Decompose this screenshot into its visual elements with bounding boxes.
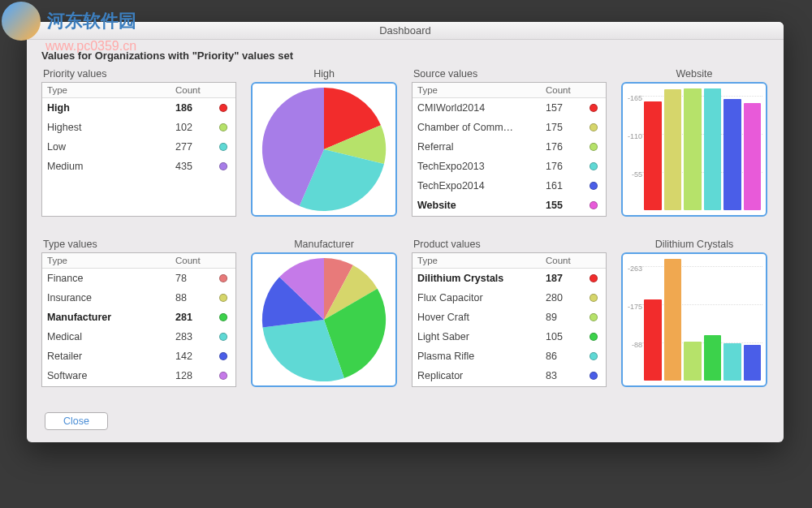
cell-count: 86 xyxy=(546,349,586,364)
cell-count: 176 xyxy=(546,159,586,174)
bar[interactable] xyxy=(744,345,762,381)
table-row[interactable]: Medical283 xyxy=(42,327,235,347)
col-count[interactable]: Count xyxy=(171,83,218,97)
table-product[interactable]: TypeCountDilithium Crystals187Flux Capac… xyxy=(412,252,607,387)
watermark-url: www.pc0359.cn xyxy=(45,39,136,54)
cell-count: 157 xyxy=(546,101,586,115)
table-row[interactable]: Finance78 xyxy=(42,269,235,288)
chart-title: High xyxy=(251,68,397,80)
col-type[interactable]: Type xyxy=(412,83,541,97)
table-row[interactable]: CMIWorld2014157 xyxy=(412,98,606,118)
chart-title: Website xyxy=(621,68,767,80)
table-row[interactable]: Medium435 xyxy=(42,157,235,176)
color-dot-icon xyxy=(590,352,598,360)
cell-count: 283 xyxy=(175,329,216,344)
table-row[interactable]: Low277 xyxy=(42,137,235,157)
table-row[interactable]: Flux Capacitor280 xyxy=(412,288,606,308)
cell-type: TechExpo2013 xyxy=(417,159,546,174)
cell-type: Low xyxy=(47,140,175,154)
table-row[interactable]: Retailer142 xyxy=(42,347,235,366)
table-row[interactable]: Insurance88 xyxy=(42,288,235,308)
cell-count: 175 xyxy=(546,120,586,135)
color-dot-icon xyxy=(590,333,598,341)
table-source[interactable]: TypeCountCMIWorld2014157Chamber of Comm…… xyxy=(412,82,607,217)
table-row[interactable]: Dilithium Crystals187 xyxy=(412,269,606,288)
cell-type: Dilithium Crystals xyxy=(417,271,546,286)
watermark-logo-icon xyxy=(2,2,41,41)
table-row[interactable]: TechExpo2013176 xyxy=(412,157,606,176)
table-row[interactable]: Website155 xyxy=(412,196,606,215)
bar[interactable] xyxy=(664,89,682,210)
bar[interactable] xyxy=(723,99,741,210)
table-row[interactable]: Highest102 xyxy=(42,118,235,137)
color-dot-icon xyxy=(590,372,598,380)
watermark-name: 河东软件园 xyxy=(47,11,136,31)
chart-title: Manufacturer xyxy=(251,239,397,250)
dashboard-window: Dashboard Values for Organizations with … xyxy=(27,22,784,442)
table-type[interactable]: TypeCountFinance78Insurance88Manufacture… xyxy=(41,252,236,387)
bar[interactable] xyxy=(684,88,702,210)
col-type[interactable]: Type xyxy=(42,83,171,97)
bar[interactable] xyxy=(704,335,722,381)
table-row[interactable]: Manufacturer281 xyxy=(42,308,235,327)
bar-ticks: -55-110-165 xyxy=(624,87,642,212)
table-row[interactable]: Chamber of Comm…175 xyxy=(412,118,606,137)
color-dot-icon xyxy=(590,123,598,131)
table-row[interactable]: Hover Craft89 xyxy=(412,308,606,327)
pie-chart[interactable] xyxy=(251,252,397,387)
cell-count: 161 xyxy=(546,179,586,193)
bar-chart[interactable]: -88-175-263 xyxy=(621,252,767,387)
cell-type: Medium xyxy=(47,159,175,174)
bar[interactable] xyxy=(684,342,702,381)
col-count[interactable]: Count xyxy=(541,253,588,268)
table-row[interactable]: Referral176 xyxy=(412,137,606,157)
cell-type: Flux Capacitor xyxy=(417,291,546,305)
cell-type: Medical xyxy=(47,329,175,344)
table-priority[interactable]: TypeCountHigh186Highest102Low277Medium43… xyxy=(41,82,236,217)
cell-color xyxy=(586,294,601,302)
color-dot-icon xyxy=(590,201,598,209)
color-dot-icon xyxy=(219,274,227,282)
color-dot-icon xyxy=(219,162,227,170)
table-row[interactable]: TechExpo2014161 xyxy=(412,176,606,196)
color-dot-icon xyxy=(590,294,598,302)
table-row[interactable]: Software128 xyxy=(42,366,235,385)
cell-color xyxy=(586,352,601,360)
cell-type: High xyxy=(47,101,175,115)
cell-type: Referral xyxy=(417,140,546,154)
color-dot-icon xyxy=(590,162,598,170)
col-count[interactable]: Count xyxy=(541,83,588,97)
pie-chart[interactable] xyxy=(251,82,397,217)
color-dot-icon xyxy=(590,104,598,112)
cell-type: Light Saber xyxy=(417,329,546,344)
col-color xyxy=(588,253,606,268)
table-row[interactable]: Plasma Rifle86 xyxy=(412,347,606,366)
table-row[interactable]: Replicator83 xyxy=(412,366,606,385)
close-button[interactable]: Close xyxy=(45,412,108,430)
cell-color xyxy=(586,182,601,190)
col-type[interactable]: Type xyxy=(412,253,541,268)
chart-title: Dilithium Crystals xyxy=(621,239,767,250)
table-row[interactable]: High186 xyxy=(42,98,235,118)
color-dot-icon xyxy=(219,352,227,360)
bar[interactable] xyxy=(723,343,741,381)
cell-count: 281 xyxy=(175,310,216,325)
cell-color xyxy=(216,162,231,170)
table-row[interactable]: Light Saber105 xyxy=(412,327,606,347)
bar[interactable] xyxy=(744,103,762,210)
color-dot-icon xyxy=(219,123,227,131)
table-header: TypeCount xyxy=(42,83,235,98)
col-count[interactable]: Count xyxy=(171,253,218,268)
col-type[interactable]: Type xyxy=(42,253,171,268)
bar[interactable] xyxy=(704,88,722,210)
cell-color xyxy=(586,201,601,209)
cell-count: 128 xyxy=(175,368,216,383)
panel-label-priority: Priority values xyxy=(41,68,236,80)
bar-chart[interactable]: -55-110-165 xyxy=(621,82,767,217)
bar[interactable] xyxy=(644,101,662,210)
bar[interactable] xyxy=(664,259,682,381)
cell-count: 102 xyxy=(175,120,216,135)
cell-color xyxy=(586,313,601,321)
bar[interactable] xyxy=(644,299,662,381)
cell-type: Highest xyxy=(47,120,175,135)
